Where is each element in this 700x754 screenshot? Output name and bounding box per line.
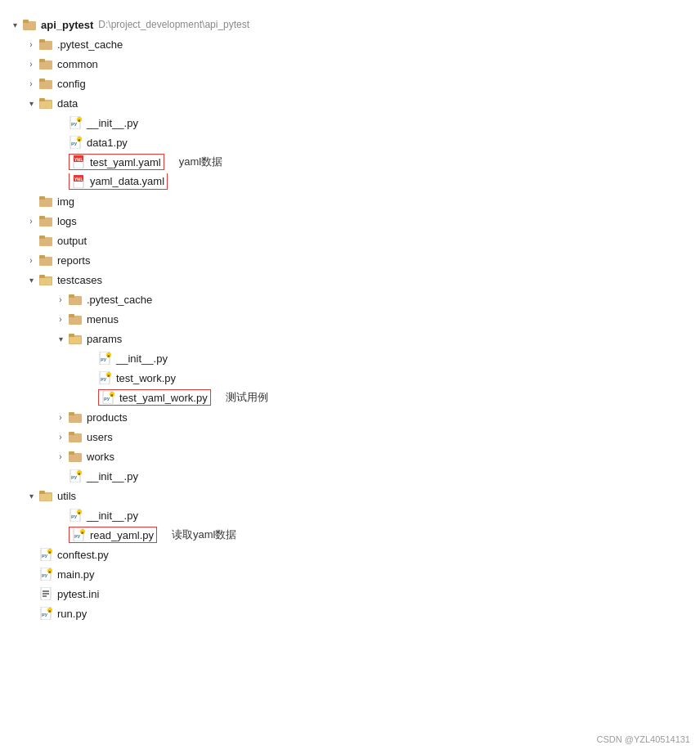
- yaml-file-icon: YML: [72, 155, 87, 168]
- py-file-icon: py ≋: [69, 469, 83, 482]
- folder-icon: [69, 312, 83, 325]
- item-products[interactable]: products: [8, 407, 692, 427]
- item-output[interactable]: output: [8, 231, 692, 250]
- item-init-data[interactable]: py ≋ __init__.py: [8, 113, 692, 132]
- item-label: yaml_data.yaml: [90, 175, 164, 187]
- yaml-annotation: yaml数据: [179, 155, 222, 169]
- watermark: CSDN @YZL40514131: [596, 734, 690, 744]
- item-conftest[interactable]: py ≋ conftest.py: [8, 545, 692, 564]
- py-file-icon: py ≋: [69, 509, 83, 522]
- item-label: params: [87, 333, 122, 345]
- toggle-common[interactable]: [25, 57, 38, 70]
- item-params[interactable]: params: [8, 329, 692, 348]
- item-test-yaml-work[interactable]: py ≋ test_yaml_work.py 测试用例: [8, 388, 692, 407]
- item-yaml-data[interactable]: YML yaml_data.yaml: [8, 172, 692, 191]
- tree-root[interactable]: api_pytest D:\project_development\api_py…: [8, 15, 692, 34]
- item-init-utils[interactable]: py ≋ __init__.py: [8, 505, 692, 525]
- svg-rect-39: [69, 314, 74, 317]
- svg-rect-67: [40, 494, 52, 500]
- item-testcases[interactable]: testcases: [8, 270, 692, 289]
- toggle-utils[interactable]: [25, 489, 38, 502]
- toggle-root[interactable]: [8, 18, 21, 31]
- read-yaml-annotation: 读取yaml数据: [172, 527, 236, 542]
- item-label: run.py: [57, 608, 87, 620]
- item-read-yaml[interactable]: py ≋ read_yaml.py 读取yaml数据: [8, 525, 692, 545]
- toggle-users[interactable]: [54, 430, 67, 443]
- item-pytest-ini[interactable]: pytest.ini: [8, 584, 692, 604]
- toggle-testcases[interactable]: [25, 273, 38, 286]
- item-run[interactable]: py ≋ run.py: [8, 604, 692, 623]
- item-label: __init__.py: [87, 117, 138, 129]
- item-test-work[interactable]: py ≋ test_work.py: [8, 368, 692, 388]
- item-reports[interactable]: reports: [8, 250, 692, 270]
- svg-text:py: py: [101, 376, 107, 381]
- py-file-icon: py ≋: [101, 391, 116, 404]
- toggle-params[interactable]: [54, 332, 67, 345]
- folder-open-icon: [39, 489, 54, 502]
- item-label: read_yaml.py: [90, 529, 154, 541]
- item-common[interactable]: common: [8, 54, 692, 74]
- folder-icon: [69, 293, 83, 306]
- item-logs[interactable]: logs: [8, 211, 692, 231]
- item-works[interactable]: works: [8, 447, 692, 466]
- svg-rect-10: [40, 101, 52, 108]
- item-init-params[interactable]: py ≋ __init__.py: [8, 348, 692, 368]
- item-pytest-cache-1[interactable]: .pytest_cache: [8, 34, 692, 54]
- root-name: api_pytest: [41, 19, 93, 31]
- root-path: D:\project_development\api_pytest: [98, 19, 249, 30]
- svg-rect-56: [69, 412, 74, 415]
- item-label: test_yaml_work.py: [119, 392, 208, 404]
- ini-file-icon: [39, 587, 54, 600]
- item-main[interactable]: py ≋ main.py: [8, 564, 692, 584]
- folder-icon: [39, 254, 54, 267]
- toggle-products[interactable]: [54, 411, 67, 424]
- svg-text:py: py: [71, 121, 78, 126]
- item-users[interactable]: users: [8, 427, 692, 447]
- toggle-pytest-cache-1[interactable]: [25, 38, 38, 51]
- svg-text:YML: YML: [74, 157, 83, 162]
- svg-rect-35: [40, 278, 52, 285]
- py-file-icon: py ≋: [69, 116, 83, 129]
- item-label: img: [57, 195, 74, 208]
- item-label: pytest.ini: [57, 588, 99, 600]
- svg-text:py: py: [101, 357, 107, 361]
- item-data1[interactable]: py ≋ data1.py: [8, 132, 692, 152]
- item-label: utils: [57, 490, 76, 502]
- folder-icon: [39, 195, 54, 208]
- toggle-config[interactable]: [25, 77, 38, 90]
- item-img[interactable]: img: [8, 191, 692, 211]
- toggle-reports[interactable]: [25, 254, 38, 267]
- toggle-logs[interactable]: [25, 214, 38, 227]
- toggle-data[interactable]: [25, 96, 38, 110]
- toggle-works[interactable]: [54, 450, 67, 463]
- item-data[interactable]: data: [8, 93, 692, 113]
- svg-rect-60: [69, 451, 74, 455]
- svg-text:py: py: [42, 572, 48, 577]
- item-utils[interactable]: utils: [8, 486, 692, 505]
- svg-rect-32: [39, 255, 45, 258]
- svg-rect-34: [39, 275, 45, 278]
- item-pytest-cache-2[interactable]: .pytest_cache: [8, 289, 692, 309]
- svg-text:py: py: [42, 612, 48, 617]
- folder-icon: [39, 57, 54, 70]
- item-label: main.py: [57, 568, 95, 581]
- item-test-yaml[interactable]: YML test_yaml.yaml yaml数据: [8, 152, 692, 172]
- py-file-icon: py ≋: [69, 136, 83, 149]
- item-init-testcases[interactable]: py ≋ __init__.py: [8, 466, 692, 486]
- item-label: test_yaml.yaml: [90, 156, 161, 168]
- item-menus[interactable]: menus: [8, 309, 692, 329]
- folder-icon: [69, 450, 83, 463]
- svg-rect-41: [69, 334, 74, 337]
- item-label: works: [87, 451, 114, 463]
- item-config[interactable]: config: [8, 74, 692, 93]
- file-tree: api_pytest D:\project_development\api_py…: [0, 8, 700, 630]
- item-label: reports: [57, 254, 90, 267]
- folder-open-icon: [39, 273, 54, 286]
- toggle-menus[interactable]: [54, 312, 67, 325]
- toggle-pytest-cache-2[interactable]: [54, 293, 67, 306]
- folder-icon: [39, 77, 54, 90]
- item-label: products: [87, 411, 128, 424]
- yaml-file-icon: YML: [72, 175, 87, 188]
- item-label: menus: [87, 313, 119, 325]
- svg-rect-9: [39, 98, 45, 101]
